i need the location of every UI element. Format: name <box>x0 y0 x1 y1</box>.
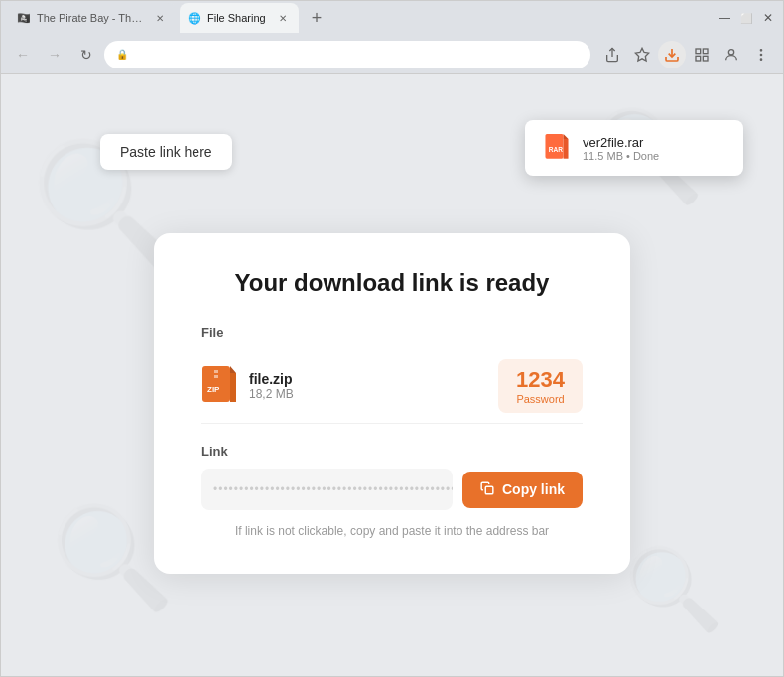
download-meta: 11.5 MB • Done <box>583 150 727 162</box>
download-popup: RAR ver2file.rar 11.5 MB • Done <box>525 120 743 176</box>
password-value: 1234 <box>516 367 565 393</box>
download-file-icon: RAR <box>541 132 573 164</box>
address-input[interactable]: 🔒 <box>104 41 590 68</box>
page-content: 🔍 🔍 🔍 🔍 Paste link here RAR <box>1 74 783 676</box>
svg-rect-4 <box>703 49 708 54</box>
svg-point-9 <box>760 54 761 55</box>
svg-marker-1 <box>635 48 648 61</box>
main-card: Your download link is ready File ZIP <box>154 233 630 574</box>
copy-link-label: Copy link <box>502 481 565 497</box>
file-row: ZIP file.zip 18,2 MB 1234 Password <box>201 349 583 424</box>
hint-text: If link is not clickable, copy and paste… <box>201 524 583 538</box>
tab2-favicon: 🌐 <box>188 12 201 25</box>
svg-marker-12 <box>564 134 569 139</box>
svg-rect-5 <box>703 56 708 61</box>
menu-icon[interactable] <box>747 41 775 68</box>
browser-window: 🏴‍☠️ The Pirate Bay - The galaxy's m... … <box>0 0 784 677</box>
tab1-close-icon[interactable]: ✕ <box>152 10 168 26</box>
extensions-icon[interactable] <box>688 41 716 68</box>
copy-link-button[interactable]: Copy link <box>462 472 583 508</box>
window-controls: — ⬜ ✕ <box>718 11 775 25</box>
reload-button[interactable]: ↻ <box>72 41 100 68</box>
svg-rect-6 <box>696 56 701 61</box>
svg-rect-20 <box>214 375 218 378</box>
link-section-label: Link <box>201 444 583 459</box>
forward-button[interactable]: → <box>41 41 68 68</box>
file-size: 18,2 MB <box>249 387 486 401</box>
svg-marker-16 <box>230 366 236 373</box>
paste-link-tooltip: Paste link here <box>100 134 232 170</box>
tab-filesharing[interactable]: 🌐 File Sharing ✕ <box>180 3 299 33</box>
svg-rect-17 <box>230 373 236 402</box>
svg-point-8 <box>760 49 761 50</box>
svg-point-7 <box>728 49 733 54</box>
title-bar: 🏴‍☠️ The Pirate Bay - The galaxy's m... … <box>1 1 783 35</box>
svg-text:ZIP: ZIP <box>207 385 220 394</box>
back-button[interactable]: ← <box>9 41 37 68</box>
tab-piratebay[interactable]: 🏴‍☠️ The Pirate Bay - The galaxy's m... … <box>9 3 176 33</box>
address-bar: ← → ↻ 🔒 <box>1 35 783 74</box>
tab2-title: File Sharing <box>207 12 266 24</box>
lock-icon: 🔒 <box>116 49 128 60</box>
download-icon[interactable] <box>658 41 686 68</box>
close-icon[interactable]: ✕ <box>761 11 775 25</box>
svg-rect-21 <box>485 486 493 494</box>
download-popup-item: RAR ver2file.rar 11.5 MB • Done <box>541 132 727 164</box>
share-icon[interactable] <box>598 41 626 68</box>
watermark-4: 🔍 <box>624 543 723 636</box>
toolbar-icons <box>598 41 775 68</box>
password-box: 1234 Password <box>498 359 583 413</box>
tab1-favicon: 🏴‍☠️ <box>17 12 31 25</box>
copy-icon <box>480 481 494 498</box>
link-row: ••••••••••••••••••••••••••••••••••••••••… <box>201 469 583 510</box>
link-placeholder: ••••••••••••••••••••••••••••••••••••••••… <box>213 482 453 496</box>
tab2-close-icon[interactable]: ✕ <box>275 10 291 26</box>
tab1-title: The Pirate Bay - The galaxy's m... <box>37 12 146 24</box>
profile-icon[interactable] <box>718 41 745 68</box>
link-input[interactable]: ••••••••••••••••••••••••••••••••••••••••… <box>201 469 453 510</box>
file-info: file.zip 18,2 MB <box>249 371 486 401</box>
paste-link-text: Paste link here <box>120 144 212 160</box>
download-info: ver2file.rar 11.5 MB • Done <box>583 135 727 162</box>
file-zip-icon: ZIP <box>201 368 237 404</box>
restore-icon[interactable]: ⬜ <box>739 11 753 25</box>
bookmark-icon[interactable] <box>628 41 656 68</box>
card-title: Your download link is ready <box>201 269 583 297</box>
file-name: file.zip <box>249 371 486 387</box>
svg-rect-19 <box>214 370 218 373</box>
file-section-label: File <box>201 325 583 339</box>
download-filename: ver2file.rar <box>583 135 727 150</box>
svg-text:RAR: RAR <box>549 146 564 153</box>
svg-rect-13 <box>564 139 569 159</box>
minimize-icon[interactable]: — <box>718 11 731 25</box>
svg-point-10 <box>760 59 761 60</box>
svg-rect-3 <box>696 49 701 54</box>
new-tab-button[interactable]: + <box>303 4 330 32</box>
password-label: Password <box>516 393 565 405</box>
